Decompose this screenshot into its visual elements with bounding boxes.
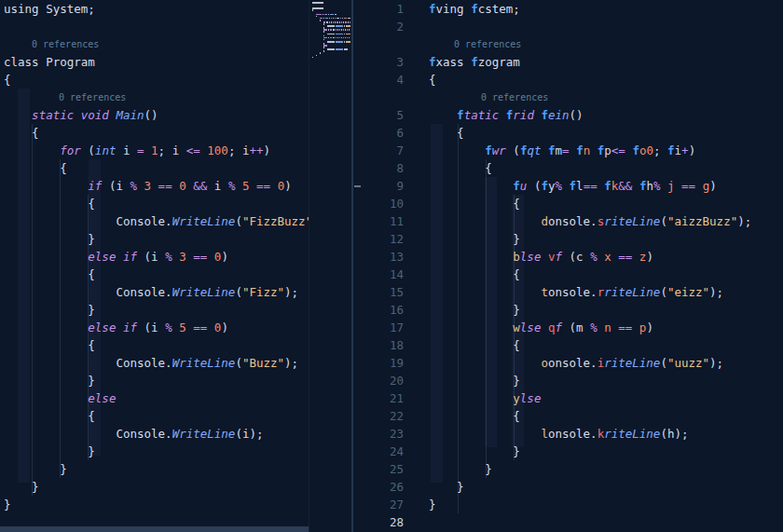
code-line[interactable]: { xyxy=(0,407,309,425)
left-minimap[interactable] xyxy=(309,0,351,532)
code-line[interactable]: 10 { xyxy=(353,195,783,212)
code-line[interactable]: 23 lonsole.kriteLine(h); xyxy=(353,425,783,443)
code-line[interactable]: } xyxy=(0,443,309,460)
code-line[interactable]: 2 xyxy=(353,18,783,35)
code-line[interactable]: for (int i = 1; i <= 100; i++) xyxy=(0,142,309,159)
code-line[interactable]: 7 fwr (fqt fm= fn fp<= fo0; fi+) xyxy=(353,142,783,159)
code-line[interactable]: 21 ylse xyxy=(353,389,783,407)
line-number[interactable]: 26 xyxy=(353,478,404,496)
code-line[interactable]: 14 { xyxy=(353,266,783,283)
code-line[interactable]: } xyxy=(0,478,309,496)
line-number[interactable]: 8 xyxy=(353,159,404,177)
line-number[interactable]: 16 xyxy=(353,301,404,319)
code-line[interactable]: 20 } xyxy=(353,372,783,389)
code-line[interactable]: 26 } xyxy=(353,478,783,496)
codelens-row[interactable]: 0 references xyxy=(353,35,783,53)
codelens-references[interactable]: 0 references xyxy=(4,35,99,53)
line-number[interactable]: 25 xyxy=(353,460,404,478)
code-line[interactable]: { xyxy=(0,266,309,283)
code-line[interactable]: class Program xyxy=(0,53,309,71)
line-number[interactable]: 21 xyxy=(353,389,404,407)
code-line[interactable]: 25 } xyxy=(353,460,783,478)
code-line[interactable]: 1fving fcstem; xyxy=(353,0,783,18)
code-line[interactable]: } xyxy=(0,460,309,478)
line-number[interactable]: 1 xyxy=(353,0,404,18)
indent xyxy=(4,161,60,175)
code-line[interactable]: 16 } xyxy=(353,301,783,319)
code-line[interactable]: 12 } xyxy=(353,230,783,248)
left-horizontal-scrollbar[interactable] xyxy=(0,526,309,532)
line-number[interactable]: 18 xyxy=(353,336,404,354)
code-line[interactable]: Console.WriteLine("Buzz"); xyxy=(0,354,309,372)
code-line[interactable]: Console.WriteLine("FizzBuzz"); xyxy=(0,212,309,230)
code-line[interactable]: } xyxy=(0,301,309,319)
code-line[interactable]: 9 fu (fy% fl== fk&& fh% j == g) xyxy=(353,177,783,195)
code-line[interactable]: Console.WriteLine("Fizz"); xyxy=(0,283,309,301)
code-line[interactable]: 5 ftatic frid fein() xyxy=(353,106,783,124)
line-number[interactable]: 19 xyxy=(353,354,404,372)
line-number[interactable]: 6 xyxy=(353,124,404,142)
codelens-row[interactable]: 0 references xyxy=(0,35,309,53)
code-line[interactable]: using System; xyxy=(0,0,309,18)
code-line[interactable]: 27} xyxy=(353,496,783,513)
line-number[interactable]: 17 xyxy=(353,319,404,336)
code-line[interactable]: 8 { xyxy=(353,159,783,177)
code-line[interactable]: else if (i % 3 == 0) xyxy=(0,248,309,266)
left-editor-pane[interactable]: using System;0 referencesclass Program{0… xyxy=(0,0,309,532)
code-line[interactable] xyxy=(0,18,309,35)
line-number[interactable]: 9 xyxy=(353,177,404,195)
line-number[interactable]: 27 xyxy=(353,496,404,513)
line-number[interactable] xyxy=(353,89,404,106)
codelens-references[interactable]: 0 references xyxy=(404,89,548,106)
code-line[interactable]: else xyxy=(0,389,309,407)
code-line[interactable]: 24 } xyxy=(353,443,783,460)
line-number[interactable]: 20 xyxy=(353,372,404,389)
line-number[interactable] xyxy=(353,35,404,53)
line-number[interactable]: 13 xyxy=(353,248,404,266)
code-line[interactable]: 18 { xyxy=(353,336,783,354)
code-line[interactable]: 4{ xyxy=(353,71,783,89)
code-line[interactable]: else if (i % 5 == 0) xyxy=(0,319,309,336)
line-number[interactable]: 15 xyxy=(353,283,404,301)
code-line[interactable]: 28 xyxy=(353,513,783,531)
code-line[interactable]: { xyxy=(0,159,309,177)
line-number[interactable]: 10 xyxy=(353,195,404,212)
code-line[interactable]: 15 tonsole.rriteLine("eizz"); xyxy=(353,283,783,301)
code-line[interactable]: 13 blse vf (c % x == z) xyxy=(353,248,783,266)
code-line[interactable]: 19 oonsole.iriteLine("uuzz"); xyxy=(353,354,783,372)
line-number[interactable]: 12 xyxy=(353,230,404,248)
line-number[interactable]: 14 xyxy=(353,266,404,283)
code-line[interactable]: 6 { xyxy=(353,124,783,142)
code-line[interactable]: } xyxy=(0,372,309,389)
line-number[interactable]: 3 xyxy=(353,53,404,71)
line-number[interactable]: 11 xyxy=(353,212,404,230)
code-line[interactable]: Console.WriteLine(i); xyxy=(0,425,309,443)
code-line[interactable]: } xyxy=(0,496,309,513)
code-line[interactable]: { xyxy=(0,336,309,354)
line-number[interactable]: 5 xyxy=(353,106,404,124)
codelens-row[interactable]: 0 references xyxy=(0,89,309,106)
line-number[interactable]: 2 xyxy=(353,18,404,35)
code-line[interactable]: 3fxass fzogram xyxy=(353,53,783,71)
codelens-references[interactable]: 0 references xyxy=(4,89,126,106)
code-line[interactable]: 17 wlse qf (m % n == p) xyxy=(353,319,783,336)
codelens-row[interactable]: 0 references xyxy=(353,89,783,106)
code-line[interactable]: 22 { xyxy=(353,407,783,425)
code-line[interactable]: if (i % 3 == 0 && i % 5 == 0) xyxy=(0,177,309,195)
codelens-references[interactable]: 0 references xyxy=(404,35,521,53)
right-code-area[interactable]: 1fving fcstem;20 references3fxass fzogra… xyxy=(353,0,783,531)
line-number[interactable]: 22 xyxy=(353,407,404,425)
code-line[interactable]: { xyxy=(0,195,309,212)
code-line[interactable]: { xyxy=(0,124,309,142)
line-number[interactable]: 7 xyxy=(353,142,404,159)
left-code-area[interactable]: using System;0 referencesclass Program{0… xyxy=(0,0,309,531)
line-number[interactable]: 24 xyxy=(353,443,404,460)
code-line[interactable]: { xyxy=(0,71,309,89)
code-line[interactable]: 11 donsole.sriteLine("aizzBuzz"); xyxy=(353,212,783,230)
line-number[interactable]: 4 xyxy=(353,71,404,89)
line-number-active[interactable]: 28 xyxy=(353,513,404,531)
code-line[interactable]: static void Main() xyxy=(0,106,309,124)
code-line[interactable]: } xyxy=(0,230,309,248)
line-number[interactable]: 23 xyxy=(353,425,404,443)
right-editor-pane[interactable]: 1fving fcstem;20 references3fxass fzogra… xyxy=(353,0,783,532)
